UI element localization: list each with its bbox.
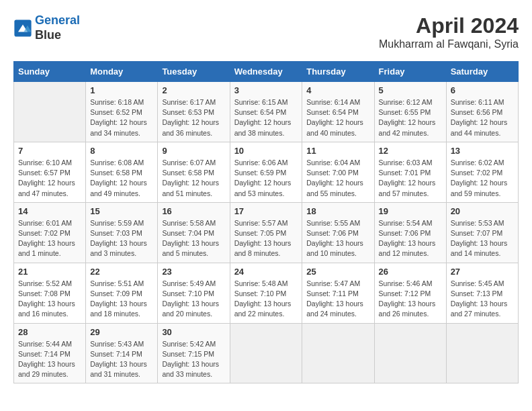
column-header-thursday: Thursday: [302, 62, 374, 82]
day-info: Sunrise: 5:55 AM Sunset: 7:06 PM Dayligh…: [306, 218, 369, 259]
day-number: 9: [162, 146, 225, 156]
calendar-cell: 19Sunrise: 5:54 AM Sunset: 7:06 PM Dayli…: [374, 202, 446, 263]
day-info: Sunrise: 5:52 AM Sunset: 7:08 PM Dayligh…: [18, 279, 81, 320]
calendar-cell: 15Sunrise: 5:59 AM Sunset: 7:03 PM Dayli…: [86, 202, 158, 263]
day-number: 14: [18, 206, 81, 216]
logo-icon: [13, 19, 32, 38]
calendar-cell: 27Sunrise: 5:45 AM Sunset: 7:13 PM Dayli…: [446, 263, 518, 323]
day-info: Sunrise: 5:45 AM Sunset: 7:13 PM Dayligh…: [451, 279, 514, 320]
week-row-1: 1Sunrise: 6:18 AM Sunset: 6:52 PM Daylig…: [14, 82, 519, 142]
calendar-cell: 8Sunrise: 6:08 AM Sunset: 6:58 PM Daylig…: [86, 142, 158, 202]
calendar-cell: [14, 82, 86, 142]
calendar-cell: 24Sunrise: 5:48 AM Sunset: 7:10 PM Dayli…: [230, 263, 302, 323]
column-header-sunday: Sunday: [14, 62, 86, 82]
header-row: SundayMondayTuesdayWednesdayThursdayFrid…: [14, 62, 519, 82]
day-number: 21: [18, 267, 81, 277]
day-info: Sunrise: 6:15 AM Sunset: 6:54 PM Dayligh…: [234, 97, 298, 138]
logo: General Blue: [13, 13, 80, 42]
day-info: Sunrise: 6:10 AM Sunset: 6:57 PM Dayligh…: [18, 158, 81, 199]
day-info: Sunrise: 5:54 AM Sunset: 7:06 PM Dayligh…: [379, 218, 442, 259]
day-info: Sunrise: 5:58 AM Sunset: 7:04 PM Dayligh…: [162, 218, 225, 259]
day-number: 10: [234, 146, 298, 156]
day-info: Sunrise: 6:08 AM Sunset: 6:58 PM Dayligh…: [90, 158, 153, 199]
calendar-cell: 9Sunrise: 6:07 AM Sunset: 6:58 PM Daylig…: [158, 142, 230, 202]
calendar-cell: 23Sunrise: 5:49 AM Sunset: 7:10 PM Dayli…: [158, 263, 230, 323]
calendar-cell: 17Sunrise: 5:57 AM Sunset: 7:05 PM Dayli…: [230, 202, 302, 263]
calendar-cell: 10Sunrise: 6:06 AM Sunset: 6:59 PM Dayli…: [230, 142, 302, 202]
logo-text: General Blue: [35, 13, 80, 42]
day-number: 4: [306, 85, 369, 95]
title-area: April 2024 Mukharram al Fawqani, Syria: [379, 13, 519, 50]
calendar-cell: 18Sunrise: 5:55 AM Sunset: 7:06 PM Dayli…: [302, 202, 374, 263]
day-number: 17: [234, 206, 298, 216]
day-number: 11: [306, 146, 369, 156]
calendar-cell: 12Sunrise: 6:03 AM Sunset: 7:01 PM Dayli…: [374, 142, 446, 202]
day-info: Sunrise: 5:51 AM Sunset: 7:09 PM Dayligh…: [90, 279, 153, 320]
day-info: Sunrise: 5:48 AM Sunset: 7:10 PM Dayligh…: [234, 279, 298, 320]
day-number: 6: [451, 85, 514, 95]
calendar-cell: 7Sunrise: 6:10 AM Sunset: 6:57 PM Daylig…: [14, 142, 86, 202]
day-number: 19: [379, 206, 442, 216]
calendar-cell: 25Sunrise: 5:47 AM Sunset: 7:11 PM Dayli…: [302, 263, 374, 323]
calendar-table: SundayMondayTuesdayWednesdayThursdayFrid…: [13, 61, 519, 383]
day-number: 5: [379, 85, 442, 95]
calendar-cell: 22Sunrise: 5:51 AM Sunset: 7:09 PM Dayli…: [86, 263, 158, 323]
day-number: 22: [90, 267, 153, 277]
day-info: Sunrise: 5:46 AM Sunset: 7:12 PM Dayligh…: [379, 279, 442, 320]
calendar-cell: 1Sunrise: 6:18 AM Sunset: 6:52 PM Daylig…: [86, 82, 158, 142]
header: General Blue April 2024 Mukharram al Faw…: [13, 13, 519, 50]
day-number: 3: [234, 85, 298, 95]
calendar-cell: [302, 323, 374, 383]
day-number: 1: [90, 85, 153, 95]
calendar-cell: 14Sunrise: 6:01 AM Sunset: 7:02 PM Dayli…: [14, 202, 86, 263]
day-info: Sunrise: 6:18 AM Sunset: 6:52 PM Dayligh…: [90, 97, 153, 138]
day-number: 28: [18, 327, 81, 337]
calendar-cell: 26Sunrise: 5:46 AM Sunset: 7:12 PM Dayli…: [374, 263, 446, 323]
day-info: Sunrise: 5:47 AM Sunset: 7:11 PM Dayligh…: [306, 279, 369, 320]
day-number: 12: [379, 146, 442, 156]
day-number: 24: [234, 267, 298, 277]
day-info: Sunrise: 5:43 AM Sunset: 7:14 PM Dayligh…: [90, 339, 153, 380]
calendar-cell: 6Sunrise: 6:11 AM Sunset: 6:56 PM Daylig…: [446, 82, 518, 142]
calendar-cell: 2Sunrise: 6:17 AM Sunset: 6:53 PM Daylig…: [158, 82, 230, 142]
day-info: Sunrise: 6:01 AM Sunset: 7:02 PM Dayligh…: [18, 218, 81, 259]
calendar-cell: 13Sunrise: 6:02 AM Sunset: 7:02 PM Dayli…: [446, 142, 518, 202]
day-number: 16: [162, 206, 225, 216]
week-row-5: 28Sunrise: 5:44 AM Sunset: 7:14 PM Dayli…: [14, 323, 519, 383]
day-info: Sunrise: 6:17 AM Sunset: 6:53 PM Dayligh…: [162, 97, 225, 138]
calendar-cell: 28Sunrise: 5:44 AM Sunset: 7:14 PM Dayli…: [14, 323, 86, 383]
day-info: Sunrise: 5:59 AM Sunset: 7:03 PM Dayligh…: [90, 218, 153, 259]
month-title: April 2024: [379, 13, 519, 38]
calendar-cell: 16Sunrise: 5:58 AM Sunset: 7:04 PM Dayli…: [158, 202, 230, 263]
column-header-tuesday: Tuesday: [158, 62, 230, 82]
day-info: Sunrise: 5:44 AM Sunset: 7:14 PM Dayligh…: [18, 339, 81, 380]
day-info: Sunrise: 5:49 AM Sunset: 7:10 PM Dayligh…: [162, 279, 225, 320]
day-info: Sunrise: 6:11 AM Sunset: 6:56 PM Dayligh…: [451, 97, 514, 138]
calendar-cell: 3Sunrise: 6:15 AM Sunset: 6:54 PM Daylig…: [230, 82, 302, 142]
day-info: Sunrise: 6:06 AM Sunset: 6:59 PM Dayligh…: [234, 158, 298, 199]
day-info: Sunrise: 5:57 AM Sunset: 7:05 PM Dayligh…: [234, 218, 298, 259]
day-number: 18: [306, 206, 369, 216]
column-header-friday: Friday: [374, 62, 446, 82]
day-info: Sunrise: 6:03 AM Sunset: 7:01 PM Dayligh…: [379, 158, 442, 199]
calendar-cell: 11Sunrise: 6:04 AM Sunset: 7:00 PM Dayli…: [302, 142, 374, 202]
day-number: 25: [306, 267, 369, 277]
calendar-cell: 5Sunrise: 6:12 AM Sunset: 6:55 PM Daylig…: [374, 82, 446, 142]
day-info: Sunrise: 6:07 AM Sunset: 6:58 PM Dayligh…: [162, 158, 225, 199]
day-info: Sunrise: 6:02 AM Sunset: 7:02 PM Dayligh…: [451, 158, 514, 199]
week-row-4: 21Sunrise: 5:52 AM Sunset: 7:08 PM Dayli…: [14, 263, 519, 323]
column-header-wednesday: Wednesday: [230, 62, 302, 82]
day-number: 23: [162, 267, 225, 277]
day-number: 29: [90, 327, 153, 337]
day-number: 13: [451, 146, 514, 156]
day-number: 20: [451, 206, 514, 216]
logo-line1: General: [35, 13, 80, 28]
calendar-cell: [374, 323, 446, 383]
day-info: Sunrise: 6:12 AM Sunset: 6:55 PM Dayligh…: [379, 97, 442, 138]
column-header-saturday: Saturday: [446, 62, 518, 82]
day-number: 2: [162, 85, 225, 95]
column-header-monday: Monday: [86, 62, 158, 82]
day-info: Sunrise: 5:42 AM Sunset: 7:15 PM Dayligh…: [162, 339, 225, 380]
location-title: Mukharram al Fawqani, Syria: [379, 38, 519, 50]
week-row-2: 7Sunrise: 6:10 AM Sunset: 6:57 PM Daylig…: [14, 142, 519, 202]
